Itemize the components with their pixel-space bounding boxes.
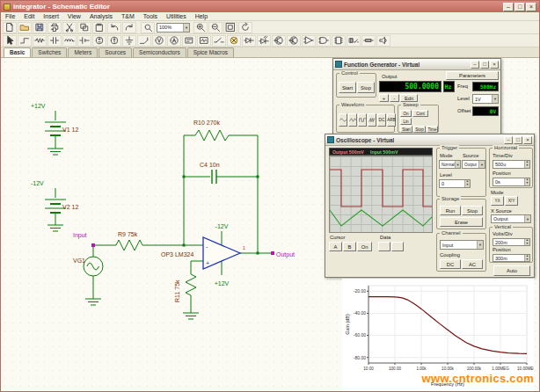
maximize-button[interactable]: □ — [514, 3, 525, 11]
cursor-a-button[interactable]: A — [329, 242, 342, 251]
trigger-level-stepper[interactable]: 0 ▲▼ — [439, 179, 471, 188]
switch-button[interactable] — [212, 35, 226, 47]
fg-level-select[interactable]: 1V ▼ — [472, 94, 499, 104]
export-data-button[interactable] — [378, 242, 390, 251]
voltage-source-button[interactable] — [92, 35, 106, 47]
xsource-select[interactable]: Output ▼ — [491, 214, 531, 223]
scope-close-button[interactable]: × — [523, 136, 532, 144]
sweep-stop-button[interactable]: Stop — [413, 126, 426, 133]
open-folder-button[interactable] — [18, 22, 32, 33]
component-r10[interactable]: R10 270k — [193, 120, 229, 141]
fg-parameters-button[interactable]: Parameters — [446, 71, 499, 80]
ammeter-button[interactable] — [167, 35, 181, 47]
component-r9[interactable]: R9 75k — [113, 231, 150, 250]
tab-sources[interactable]: Sources — [99, 47, 132, 57]
speaker-button[interactable] — [376, 35, 390, 47]
erase-button[interactable]: Erase — [440, 217, 483, 227]
new-file-button[interactable] — [3, 22, 17, 33]
coupling-ac-button[interactable]: AC — [462, 259, 483, 269]
battery-button[interactable] — [77, 35, 91, 47]
npn-transistor-button[interactable] — [272, 35, 286, 47]
zoom-in-button[interactable] — [193, 22, 208, 33]
waveform-dc-button[interactable]: DC — [377, 113, 386, 127]
paste-button[interactable] — [92, 22, 106, 33]
timediv-stepper[interactable]: 500u ▲▼ — [493, 160, 530, 169]
tab-meters[interactable]: Meters — [68, 47, 98, 57]
menu-file[interactable]: File — [1, 13, 19, 19]
tab-semiconductors[interactable]: Semiconductors — [133, 47, 186, 57]
menu-tm[interactable]: T&M — [117, 13, 139, 19]
led-button[interactable] — [257, 35, 271, 47]
waveform-sine-button[interactable] — [339, 113, 347, 127]
copy-button[interactable] — [77, 22, 91, 33]
ground-button[interactable] — [122, 35, 136, 47]
trigger-source-select[interactable]: Output ▼ — [462, 160, 485, 169]
scope-maximize-button[interactable]: □ — [514, 136, 522, 144]
resistor-button[interactable] — [33, 35, 47, 47]
sweep-time-button[interactable]: Time — [427, 126, 438, 133]
fg-increment-button[interactable]: + — [379, 94, 389, 102]
function-generator-window[interactable]: Function Generator - Virtual – □ × Contr… — [332, 58, 501, 134]
relay-button[interactable] — [347, 35, 361, 47]
zoom-select[interactable]: 100% ▼ — [157, 23, 190, 33]
fg-unit-button[interactable]: Hz — [443, 81, 455, 92]
refresh-button[interactable] — [238, 22, 252, 33]
spinner-arrows-icon[interactable]: ▲▼ — [524, 178, 529, 185]
menu-edit[interactable]: Edit — [19, 13, 39, 19]
cursor-on-button[interactable]: On — [357, 242, 372, 251]
copy-data-button[interactable] — [391, 242, 404, 251]
save-button[interactable] — [33, 22, 47, 33]
menu-insert[interactable]: Insert — [39, 13, 63, 19]
inductor-button[interactable] — [62, 35, 77, 47]
menu-utilities[interactable]: Utilities — [162, 13, 191, 19]
scope-minimize-button[interactable]: – — [504, 136, 513, 144]
ic-chip-button[interactable] — [332, 35, 346, 47]
run-button[interactable]: Run — [440, 206, 461, 215]
component-r11[interactable]: R11 75k — [174, 274, 196, 302]
component-v1[interactable]: V1 12 — [45, 122, 78, 135]
menu-tools[interactable]: Tools — [139, 13, 162, 19]
print-button[interactable] — [47, 22, 62, 33]
title-bar[interactable]: integrator - Schematic Editor – □ × — [1, 1, 539, 12]
schematic-canvas[interactable]: V1 12 V2 12 VG1 R9 75k R10 270k — [1, 58, 539, 392]
mode-xy-button[interactable]: X/Y — [505, 196, 518, 206]
fit-window-button[interactable] — [223, 22, 237, 33]
waveform-arb-button[interactable]: ARB — [387, 113, 396, 127]
component-c4[interactable]: C4 10n — [200, 162, 220, 184]
sweep-cont-button[interactable]: Cont — [412, 110, 428, 117]
minimize-button[interactable]: – — [503, 3, 514, 11]
cursor-button[interactable] — [3, 35, 17, 47]
oscilloscope-window[interactable]: Oscilloscope - Virtual – □ × Output 500m… — [325, 134, 535, 278]
coupling-dc-button[interactable]: DC — [440, 259, 461, 269]
component-op3[interactable]: - + OP3 LM324 1 — [161, 237, 245, 269]
waveform-ramp-button[interactable] — [368, 113, 376, 127]
opamp-button[interactable] — [302, 35, 316, 47]
mode-yt-button[interactable]: Y/t — [491, 196, 504, 206]
channel-select[interactable]: Input ▼ — [440, 240, 484, 250]
fg-close-button[interactable]: × — [490, 61, 499, 69]
fuse-button[interactable] — [361, 35, 376, 47]
current-source-button[interactable] — [107, 35, 121, 47]
jumper-button[interactable] — [137, 35, 151, 47]
menu-analysis[interactable]: Analysis — [85, 13, 117, 19]
spinner-arrows-icon[interactable]: ▲▼ — [524, 161, 529, 168]
component-vg1[interactable]: VG1 — [73, 257, 103, 276]
fg-minimize-button[interactable]: – — [471, 61, 479, 69]
h-position-stepper[interactable]: 0s ▲▼ — [493, 178, 530, 186]
close-button[interactable]: × — [526, 3, 536, 11]
fg-edit-button[interactable]: Edit — [400, 94, 418, 102]
voltsdiv-stepper[interactable]: 200m ▲▼ — [493, 238, 530, 246]
capacitor-button[interactable] — [47, 35, 62, 47]
voltmeter-button[interactable] — [152, 35, 166, 47]
spinner-arrows-icon[interactable]: ▲▼ — [464, 180, 470, 187]
fg-stop-button[interactable]: Stop — [357, 82, 375, 93]
zoom-out-button[interactable] — [208, 22, 223, 33]
wire-button[interactable] — [18, 35, 32, 47]
v-position-stepper[interactable]: 300m ▲▼ — [493, 254, 530, 262]
fg-maximize-button[interactable]: □ — [480, 61, 489, 69]
diode-button[interactable] — [242, 35, 256, 47]
sweep-lin-button[interactable]: Lin — [400, 118, 412, 125]
fg-titlebar[interactable]: Function Generator - Virtual – □ × — [333, 59, 500, 70]
sweep-on-button[interactable]: On — [400, 110, 412, 117]
waveform-triangle-button[interactable] — [348, 113, 357, 127]
